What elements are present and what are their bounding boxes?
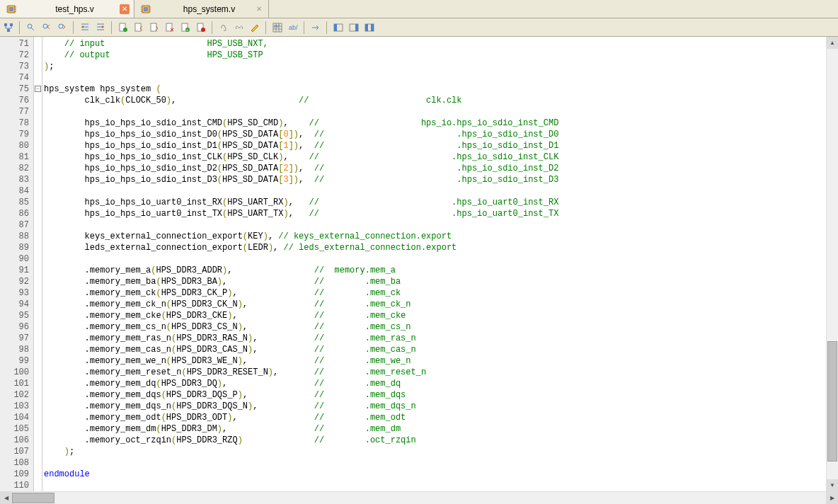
code-line[interactable]: hps_io_hps_io_sdio_inst_D1(HPS_SD_DATA[1… — [44, 140, 826, 151]
toolbar-find-prev-button[interactable] — [40, 21, 54, 35]
tab-hps_system-v[interactable]: hps_system.v✕ — [134, 0, 269, 18]
line-number: 93 — [0, 287, 33, 299]
code-line[interactable]: .memory_mem_ck(HPS_DDR3_CK_P), // .mem_c… — [44, 287, 826, 299]
vertical-scroll-thumb[interactable] — [827, 341, 837, 462]
code-line[interactable] — [44, 253, 826, 265]
code-line[interactable]: .memory_mem_dq(HPS_DDR3_DQ), // .mem_dq — [44, 378, 826, 389]
code-line[interactable] — [44, 480, 826, 491]
code-line[interactable]: .memory_mem_reset_n(HPS_DDR3_RESET_N), /… — [44, 367, 826, 378]
line-number: 85 — [0, 197, 33, 208]
code-line[interactable]: .memory_mem_we_n(HPS_DDR3_WE_N), // .mem… — [44, 355, 826, 367]
code-line[interactable] — [44, 219, 826, 231]
tab-close-icon[interactable]: ✕ — [254, 4, 264, 14]
toolbar-bookmark-clear-button[interactable] — [163, 21, 177, 35]
code-line[interactable]: endmodule — [44, 469, 826, 480]
code-line[interactable]: leds_external_connection_export(LEDR), /… — [44, 242, 826, 253]
toolbar-panel-both-button[interactable] — [362, 21, 377, 35]
toolbar-text-ab-button[interactable]: ab/ — [286, 21, 300, 35]
code-line[interactable]: hps_io_hps_io_uart0_inst_RX(HPS_UART_RX)… — [44, 197, 826, 208]
code-line[interactable]: hps_io_hps_io_sdio_inst_CLK(HPS_SD_CLK),… — [44, 151, 826, 163]
code-line[interactable]: .memory_mem_dm(HPS_DDR3_DM), // .mem_dm — [44, 423, 826, 435]
text-ab-icon: ab/ — [287, 22, 299, 33]
toolbar-edit-button[interactable] — [248, 21, 262, 35]
code-line[interactable]: .memory_mem_ba(HPS_DDR3_BA), // .mem_ba — [44, 276, 826, 287]
find-next-icon — [57, 22, 68, 33]
code-line[interactable]: // output HPS_USB_STP — [44, 50, 826, 61]
scroll-left-arrow-icon[interactable]: ◀ — [0, 492, 12, 504]
code-line[interactable] — [44, 185, 826, 197]
tab-label: test_hps.v — [21, 4, 128, 14]
code-line[interactable]: clk_clk(CLOCK_50), // clk.clk — [44, 95, 826, 106]
toolbar-link-button[interactable] — [232, 21, 246, 35]
toolbar-bookmark-add-button[interactable]: + — [178, 21, 193, 35]
horizontal-scrollbar[interactable]: ◀ ▶ — [0, 491, 838, 504]
svg-rect-42 — [371, 24, 374, 31]
bookmark-add-icon: + — [180, 22, 191, 33]
code-line[interactable]: // input HPS_USB_NXT, — [44, 38, 826, 50]
code-line[interactable]: hps_io_hps_io_sdio_inst_D2(HPS_SD_DATA[2… — [44, 163, 826, 174]
toolbar-find-next-button[interactable] — [55, 21, 69, 35]
line-number: 103 — [0, 401, 33, 412]
svg-rect-27 — [166, 23, 172, 31]
code-line[interactable] — [44, 72, 826, 84]
code-line[interactable]: hps_io_hps_io_sdio_inst_CMD(HPS_SD_CMD),… — [44, 118, 826, 129]
line-number: 110 — [0, 480, 33, 491]
scroll-right-arrow-icon[interactable]: ▶ — [826, 492, 838, 504]
code-line[interactable]: .memory_mem_odt(HPS_DDR3_ODT), // .mem_o… — [44, 412, 826, 423]
fold-gutter[interactable]: − — [34, 37, 42, 491]
svg-rect-25 — [135, 23, 141, 31]
bookmark-clear-icon — [164, 22, 176, 33]
line-number: 106 — [0, 435, 33, 446]
horizontal-scroll-thumb[interactable] — [12, 493, 54, 503]
code-line[interactable]: hps_system hps_system ( — [44, 84, 826, 95]
toolbar-indent-left-button[interactable] — [78, 21, 92, 35]
toolbar-bookmark-prev-button[interactable] — [132, 21, 146, 35]
line-number: 96 — [0, 321, 33, 333]
tab-bar: test_hps.v✕hps_system.v✕ — [0, 0, 838, 18]
code-line[interactable]: .memory_mem_dqs(HPS_DDR3_DQS_P), // .mem… — [44, 389, 826, 401]
code-line[interactable]: hps_io_hps_io_sdio_inst_D3(HPS_SD_DATA[3… — [44, 174, 826, 185]
code-line[interactable] — [44, 457, 826, 469]
scroll-down-arrow-icon[interactable]: ▼ — [827, 479, 838, 491]
svg-point-24 — [123, 28, 127, 32]
toolbar-bookmark-toggle-button[interactable] — [116, 21, 130, 35]
scroll-up-arrow-icon[interactable]: ▲ — [827, 37, 838, 49]
toolbar-panel-left-button[interactable] — [331, 21, 345, 35]
toolbar-bookmark-rem-button[interactable] — [194, 21, 208, 35]
code-line[interactable]: .memory_mem_dqs_n(HPS_DDR3_DQS_N), // .m… — [44, 401, 826, 412]
code-line[interactable]: .memory_mem_cas_n(HPS_DDR3_CAS_N), // .m… — [44, 344, 826, 355]
toolbar-grid-button[interactable]: 267 — [270, 21, 285, 35]
code-line[interactable]: ); — [44, 446, 826, 457]
vertical-scrollbar[interactable]: ▲ ▼ — [826, 37, 838, 491]
line-number: 82 — [0, 163, 33, 174]
fold-toggle-icon[interactable]: − — [35, 86, 41, 92]
line-number: 98 — [0, 344, 33, 355]
code-line[interactable]: .memory_mem_ck_n(HPS_DDR3_CK_N), // .mem… — [44, 299, 826, 310]
code-line[interactable] — [44, 106, 826, 118]
code-view[interactable]: // input HPS_USB_NXT, // output HPS_USB_… — [42, 37, 826, 491]
line-number: 104 — [0, 412, 33, 423]
code-line[interactable]: hps_io_hps_io_sdio_inst_D0(HPS_SD_DATA[0… — [44, 129, 826, 140]
toolbar-indent-right-button[interactable] — [93, 21, 108, 35]
horizontal-scroll-track[interactable] — [12, 492, 826, 504]
code-line[interactable]: .memory_oct_rzqin(HPS_DDR3_RZQ) // .oct_… — [44, 435, 826, 446]
tab-test_hps-v[interactable]: test_hps.v✕ — [0, 0, 134, 18]
toolbar-bookmark-next-button[interactable] — [147, 21, 161, 35]
toolbar-find-button[interactable] — [24, 21, 38, 35]
toolbar-arrow-right-button[interactable] — [309, 21, 323, 35]
bookmark-next-icon — [149, 22, 160, 33]
code-line[interactable]: .memory_mem_cke(HPS_DDR3_CKE), // .mem_c… — [44, 310, 826, 321]
code-line[interactable]: .memory_mem_a(HPS_DDR3_ADDR), // memory.… — [44, 265, 826, 276]
tab-close-icon[interactable]: ✕ — [120, 4, 130, 14]
svg-rect-17 — [10, 23, 13, 26]
code-line[interactable]: .memory_mem_ras_n(HPS_DDR3_RAS_N), // .m… — [44, 333, 826, 344]
toolbar-document-tree-button[interactable] — [1, 21, 16, 35]
code-line[interactable]: .memory_mem_cs_n(HPS_DDR3_CS_N), // .mem… — [44, 321, 826, 333]
code-line[interactable]: ); — [44, 61, 826, 72]
line-number-gutter: 7172737475767778798081828384858687888990… — [0, 37, 34, 491]
code-line[interactable]: hps_io_hps_io_uart0_inst_TX(HPS_UART_TX)… — [44, 208, 826, 219]
toolbar-panel-right-button[interactable] — [347, 21, 361, 35]
code-line[interactable]: keys_external_connection_export(KEY), //… — [44, 231, 826, 242]
toolbar-attach-button[interactable] — [217, 21, 231, 35]
svg-rect-41 — [365, 24, 368, 31]
